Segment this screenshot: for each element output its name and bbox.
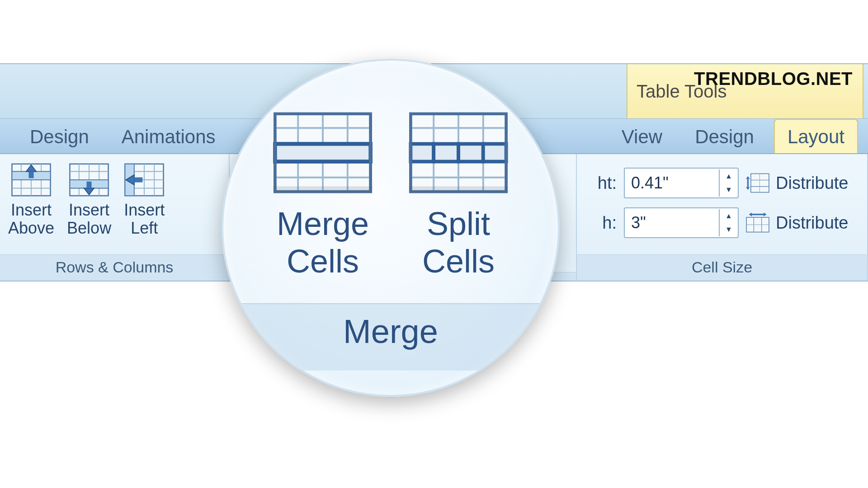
height-up-arrow-icon[interactable]: ▲ (720, 169, 738, 183)
distribute-rows-icon (746, 173, 769, 193)
group-rows-columns: InsertAbove InsertBelow (0, 154, 230, 281)
width-spinner[interactable]: 3" ▲ ▼ (624, 207, 739, 238)
svg-rect-29 (134, 177, 143, 182)
height-value: 0.41" (625, 174, 719, 192)
svg-rect-66 (483, 144, 506, 161)
width-value: 3" (625, 213, 719, 232)
svg-rect-43 (752, 214, 764, 215)
svg-rect-36 (747, 179, 749, 187)
split-cells-label: SplitCells (422, 205, 495, 280)
svg-marker-34 (746, 176, 750, 179)
split-cells-icon (409, 112, 508, 193)
height-label: ht: (585, 174, 617, 193)
insert-left-icon (124, 163, 165, 197)
tab-view[interactable]: View (609, 120, 675, 153)
insert-below-icon (69, 163, 109, 197)
insert-above-button[interactable]: InsertAbove (8, 160, 54, 237)
insert-below-button[interactable]: InsertBelow (67, 160, 111, 237)
tab-design-table[interactable]: Design (682, 120, 767, 153)
width-down-arrow-icon[interactable]: ▼ (720, 223, 738, 236)
merge-cells-label: MergeCells (277, 205, 369, 280)
insert-above-label: InsertAbove (8, 201, 54, 237)
distribute-columns-label: Distribute (776, 213, 849, 233)
svg-rect-52 (275, 144, 370, 161)
distribute-rows-label: Distribute (776, 174, 849, 193)
svg-rect-65 (458, 144, 483, 161)
svg-rect-68 (409, 186, 508, 193)
insert-above-icon (11, 163, 52, 197)
svg-rect-9 (28, 172, 33, 178)
distribute-columns-button[interactable]: Distribute (746, 213, 849, 233)
width-up-arrow-icon[interactable]: ▲ (720, 209, 738, 223)
insert-left-label: InsertLeft (124, 201, 165, 237)
svg-rect-19 (87, 182, 92, 188)
svg-marker-42 (764, 213, 767, 216)
width-label: h: (585, 213, 617, 233)
distribute-rows-button[interactable]: Distribute (746, 173, 849, 193)
tab-animations[interactable]: Animations (109, 120, 228, 153)
distribute-columns-icon (746, 213, 769, 233)
svg-rect-63 (410, 144, 434, 161)
tab-design[interactable]: Design (17, 120, 102, 153)
group-label-rows-columns: Rows & Columns (0, 254, 229, 281)
insert-left-button[interactable]: InsertLeft (124, 160, 165, 237)
height-down-arrow-icon[interactable]: ▼ (720, 183, 738, 197)
split-cells-button[interactable]: SplitCells (409, 112, 508, 280)
magnifier-lens: MergeCells (222, 59, 560, 397)
svg-marker-41 (749, 213, 752, 216)
watermark-text: TRENDBLOG.NET (694, 69, 853, 89)
group-label-merge: Merge (223, 303, 558, 371)
group-cell-size: ht: 0.41" ▲ ▼ (577, 154, 868, 281)
svg-rect-64 (434, 144, 458, 161)
merge-cells-icon (273, 112, 373, 193)
group-label-cell-size: Cell Size (577, 254, 867, 281)
svg-rect-54 (273, 186, 372, 193)
tab-layout[interactable]: Layout (774, 119, 858, 153)
svg-marker-35 (746, 187, 750, 190)
height-spinner[interactable]: 0.41" ▲ ▼ (624, 168, 739, 198)
merge-cells-button[interactable]: MergeCells (273, 112, 373, 280)
insert-below-label: InsertBelow (67, 201, 111, 237)
